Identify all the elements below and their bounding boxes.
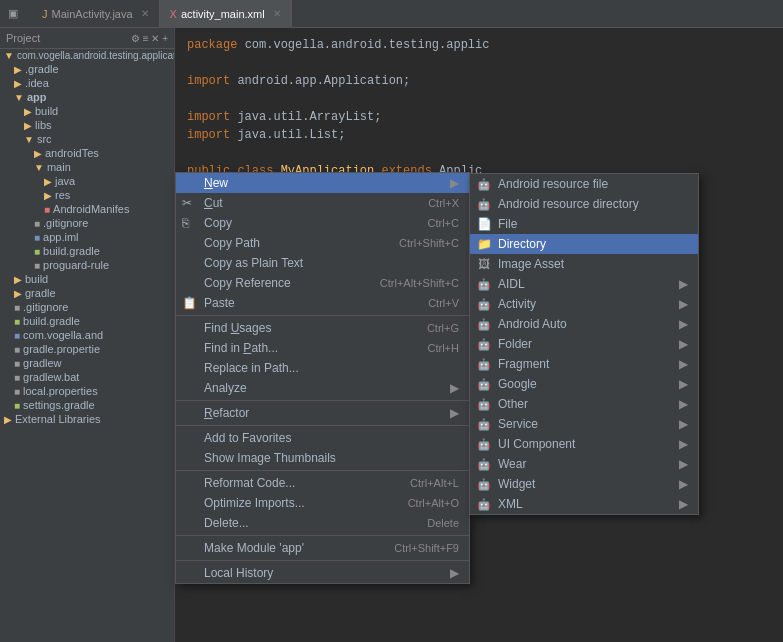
- tree-libs[interactable]: ▶ libs: [0, 118, 174, 132]
- tree-main[interactable]: ▼ main: [0, 160, 174, 174]
- proguard-label: proguard-rule: [43, 259, 109, 271]
- menu-item-make-module[interactable]: Make Module 'app' Ctrl+Shift+F9: [176, 538, 469, 558]
- submenu-activity[interactable]: 🤖 Activity ▶: [470, 294, 698, 314]
- gradle-icon: ■: [34, 246, 40, 257]
- tree-build-gradle[interactable]: ■ build.gradle: [0, 314, 174, 328]
- xml-sub-arrow: ▶: [679, 497, 688, 511]
- menu-item-copy[interactable]: ⎘ Copy Ctrl+C: [176, 213, 469, 233]
- menu-item-analyze[interactable]: Analyze ▶: [176, 378, 469, 398]
- submenu-folder[interactable]: 🤖 Folder ▶: [470, 334, 698, 354]
- tree-src[interactable]: ▼ src: [0, 132, 174, 146]
- tree-gitignore-app[interactable]: ■ .gitignore: [0, 216, 174, 230]
- copy-shortcut: Ctrl+C: [428, 217, 459, 229]
- folder-sub-arrow: ▶: [679, 337, 688, 351]
- menu-item-new[interactable]: New ▶: [176, 173, 469, 193]
- submenu-widget[interactable]: 🤖 Widget ▶: [470, 474, 698, 494]
- menu-make-module-label: Make Module 'app': [204, 541, 304, 555]
- gradle-root-icon: ▶: [14, 288, 22, 299]
- submenu-image-asset[interactable]: 🖼 Image Asset: [470, 254, 698, 274]
- tree-idea[interactable]: ▶ .idea: [0, 76, 174, 90]
- gradlew-bat-label: gradlew.bat: [23, 371, 79, 383]
- menu-item-local-history[interactable]: Local History ▶: [176, 563, 469, 583]
- build-folder-icon: ▶: [24, 106, 32, 117]
- tree-gradle-properties[interactable]: ■ gradle.propertie: [0, 342, 174, 356]
- submenu-directory[interactable]: 📁 Directory: [470, 234, 698, 254]
- menu-item-replace[interactable]: Replace in Path...: [176, 358, 469, 378]
- menu-item-refactor[interactable]: Refactor ▶: [176, 403, 469, 423]
- submenu-android-resource-file[interactable]: 🤖 Android resource file: [470, 174, 698, 194]
- menu-item-copy-reference[interactable]: Copy Reference Ctrl+Alt+Shift+C: [176, 273, 469, 293]
- menu-optimize-label: Optimize Imports...: [204, 496, 305, 510]
- tree-res[interactable]: ▶ res: [0, 188, 174, 202]
- submenu-android-resource-dir[interactable]: 🤖 Android resource directory: [470, 194, 698, 214]
- android-icon-google: 🤖: [476, 376, 492, 392]
- tab-main-activity-close[interactable]: ✕: [141, 8, 149, 19]
- title-bar: ▣ J MainActivity.java ✕ X activity_main.…: [0, 0, 783, 28]
- submenu-label-google: Google: [498, 377, 537, 391]
- libs-folder-icon: ▶: [24, 120, 32, 131]
- tab-xml-icon: X: [170, 8, 177, 20]
- tree-manifest[interactable]: ■ AndroidManifes: [0, 202, 174, 216]
- tree-settings-gradle[interactable]: ■ settings.gradle: [0, 398, 174, 412]
- submenu-google[interactable]: 🤖 Google ▶: [470, 374, 698, 394]
- tree-app-iml[interactable]: ■ app.iml: [0, 230, 174, 244]
- tree-build-root[interactable]: ▶ build: [0, 272, 174, 286]
- tab-activity-main[interactable]: X activity_main.xml ✕: [160, 0, 292, 28]
- menu-item-find-in-path[interactable]: Find in Path... Ctrl+H: [176, 338, 469, 358]
- submenu-file[interactable]: 📄 File: [470, 214, 698, 234]
- menu-item-paste[interactable]: 📋 Paste Ctrl+V: [176, 293, 469, 313]
- panel-header: Project ⚙ ≡ ✕ +: [0, 28, 174, 49]
- submenu-label-activity: Activity: [498, 297, 536, 311]
- menu-item-favorites[interactable]: Add to Favorites: [176, 428, 469, 448]
- submenu-service[interactable]: 🤖 Service ▶: [470, 414, 698, 434]
- build-root-icon: ▶: [14, 274, 22, 285]
- res-label: res: [55, 189, 70, 201]
- tree-gradlew[interactable]: ■ gradlew: [0, 356, 174, 370]
- menu-item-find-usages[interactable]: Find Usages Ctrl+G: [176, 318, 469, 338]
- tree-root[interactable]: ▼ com.vogella.android.testing.applicatio…: [0, 49, 174, 62]
- tree-androidtest[interactable]: ▶ androidTes: [0, 146, 174, 160]
- android-icon-widget: 🤖: [476, 476, 492, 492]
- menu-item-optimize[interactable]: Optimize Imports... Ctrl+Alt+O: [176, 493, 469, 513]
- image-icon-sub: 🖼: [476, 256, 492, 272]
- tree-proguard[interactable]: ■ proguard-rule: [0, 258, 174, 272]
- delete-shortcut: Delete: [427, 517, 459, 529]
- code-line-7: [187, 144, 771, 162]
- menu-item-copy-plain[interactable]: Copy as Plain Text: [176, 253, 469, 273]
- submenu-ui-component[interactable]: 🤖 UI Component ▶: [470, 434, 698, 454]
- menu-item-cut[interactable]: ✂ Cut Ctrl+X: [176, 193, 469, 213]
- android-icon-folder: 🤖: [476, 336, 492, 352]
- sidebar: Project ⚙ ≡ ✕ + ▼ com.vogella.android.te…: [0, 28, 175, 642]
- tree-build-gradle-app[interactable]: ■ build.gradle: [0, 244, 174, 258]
- tree-gradlew-bat[interactable]: ■ gradlew.bat: [0, 370, 174, 384]
- submenu-other[interactable]: 🤖 Other ▶: [470, 394, 698, 414]
- menu-item-show-image[interactable]: Show Image Thumbnails: [176, 448, 469, 468]
- menu-item-delete[interactable]: Delete... Delete: [176, 513, 469, 533]
- tree-gradle[interactable]: ▶ .gradle: [0, 62, 174, 76]
- android-icon-xml: 🤖: [476, 496, 492, 512]
- menu-show-image-label: Show Image Thumbnails: [204, 451, 336, 465]
- tree-java[interactable]: ▶ java: [0, 174, 174, 188]
- tree-build[interactable]: ▶ build: [0, 104, 174, 118]
- tree-external-libs[interactable]: ▶ External Libraries: [0, 412, 174, 426]
- submenu-android-auto[interactable]: 🤖 Android Auto ▶: [470, 314, 698, 334]
- submenu-xml[interactable]: 🤖 XML ▶: [470, 494, 698, 514]
- submenu-label-fragment: Fragment: [498, 357, 549, 371]
- tab-main-activity[interactable]: J MainActivity.java ✕: [32, 0, 160, 28]
- local-props-icon: ■: [14, 386, 20, 397]
- submenu-fragment[interactable]: 🤖 Fragment ▶: [470, 354, 698, 374]
- tab-activity-main-close[interactable]: ✕: [273, 8, 281, 19]
- submenu-aidl[interactable]: 🤖 AIDL ▶: [470, 274, 698, 294]
- menu-reformat-label: Reformat Code...: [204, 476, 295, 490]
- tree-local-properties[interactable]: ■ local.properties: [0, 384, 174, 398]
- tree-gitignore[interactable]: ■ .gitignore: [0, 300, 174, 314]
- android-icon-other: 🤖: [476, 396, 492, 412]
- proguard-icon: ■: [34, 260, 40, 271]
- tree-app[interactable]: ▼ app: [0, 90, 174, 104]
- submenu-label-widget: Widget: [498, 477, 535, 491]
- tree-gradle-root[interactable]: ▶ gradle: [0, 286, 174, 300]
- tree-com-vogella[interactable]: ■ com.vogella.and: [0, 328, 174, 342]
- menu-item-reformat[interactable]: Reformat Code... Ctrl+Alt+L: [176, 473, 469, 493]
- menu-item-copy-path[interactable]: Copy Path Ctrl+Shift+C: [176, 233, 469, 253]
- submenu-wear[interactable]: 🤖 Wear ▶: [470, 454, 698, 474]
